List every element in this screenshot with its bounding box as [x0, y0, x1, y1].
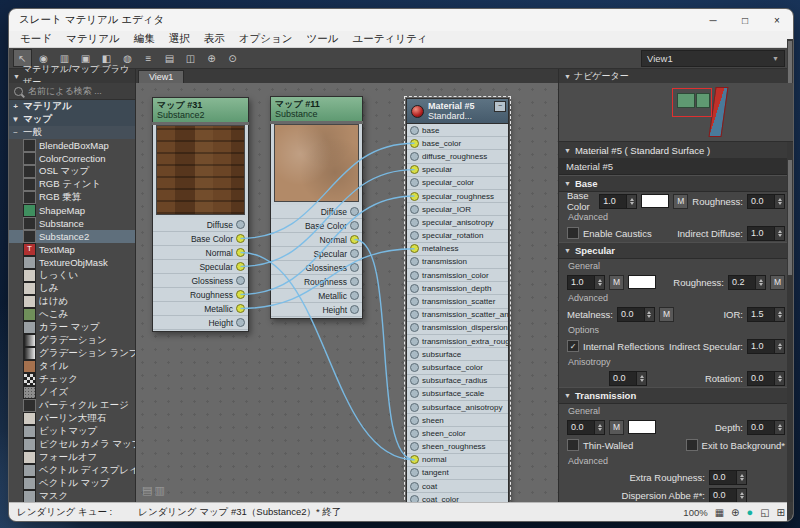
- input-socket[interactable]: [410, 442, 419, 451]
- output-slot[interactable]: Metallic: [271, 289, 362, 303]
- layout-all-vertical-button[interactable]: ≡: [139, 49, 158, 67]
- dispersion-spinner[interactable]: 0.0: [709, 488, 747, 503]
- input-socket[interactable]: [410, 178, 419, 187]
- input-socket[interactable]: [410, 363, 419, 372]
- input-socket[interactable]: [410, 389, 419, 398]
- browser-item[interactable]: TextMap: [9, 243, 135, 256]
- input-socket[interactable]: [410, 284, 419, 293]
- menu-item[interactable]: ツール: [299, 32, 345, 46]
- pan-hand-icon[interactable]: ⊕: [731, 507, 739, 518]
- input-slot[interactable]: base_color: [407, 137, 508, 150]
- browser-item[interactable]: パーティクル エージ: [9, 399, 135, 412]
- node-material-5[interactable]: Material #5 Standard... − base: [406, 98, 509, 502]
- input-socket[interactable]: [410, 429, 419, 438]
- input-slot[interactable]: diffuse_roughness: [407, 150, 508, 163]
- transmission-color-swatch[interactable]: [628, 420, 656, 434]
- input-socket[interactable]: [410, 455, 419, 464]
- search-bar[interactable]: 名前による検索 ...: [9, 83, 135, 100]
- input-socket[interactable]: [410, 403, 419, 412]
- metalness-spinner[interactable]: 0.0: [617, 307, 655, 322]
- layout-children-button[interactable]: ▤: [160, 49, 179, 67]
- close-button[interactable]: ×: [761, 9, 793, 31]
- hide-unused-nodeslots-button[interactable]: ◫: [181, 49, 200, 67]
- browser-item[interactable]: Substance2: [9, 230, 135, 243]
- browser-item[interactable]: へこみ: [9, 308, 135, 321]
- output-slot[interactable]: Normal: [271, 233, 362, 247]
- output-slot[interactable]: Base Color: [153, 232, 248, 246]
- input-slot[interactable]: sheen: [407, 414, 508, 427]
- parameter-editor-header[interactable]: ▼ Material #5 ( Standard Surface ): [559, 142, 793, 158]
- output-slot[interactable]: Roughness: [271, 275, 362, 289]
- zoom-tool-button[interactable]: ⊙: [223, 49, 242, 67]
- rotation-spinner[interactable]: 0.0: [747, 371, 785, 386]
- input-socket[interactable]: [410, 416, 419, 425]
- input-socket[interactable]: [410, 205, 419, 214]
- input-socket[interactable]: [410, 192, 419, 201]
- tab-view1[interactable]: View1: [138, 70, 184, 83]
- ior-spinner[interactable]: 1.5: [747, 307, 785, 322]
- browser-tree[interactable]: + マテリアル ▼ マップ − 一般: [9, 100, 135, 502]
- browser-header[interactable]: ▼ マテリアル/マップ ブラウザー: [9, 69, 135, 83]
- input-socket[interactable]: [410, 218, 419, 227]
- browser-item[interactable]: TextureObjMask: [9, 256, 135, 269]
- input-socket[interactable]: [410, 376, 419, 385]
- output-slot[interactable]: Roughness: [153, 288, 248, 302]
- browser-item[interactable]: ShapeMap: [9, 204, 135, 217]
- node-header[interactable]: マップ #31 Substance2: [152, 97, 249, 122]
- navigator-header[interactable]: ▼ ナビゲーター: [559, 69, 793, 83]
- zoom-level-value[interactable]: 100%: [683, 507, 707, 518]
- output-socket[interactable]: [350, 207, 359, 216]
- specular-roughness-spinner[interactable]: 0.2: [728, 275, 766, 290]
- input-socket[interactable]: [410, 323, 419, 332]
- exit-to-background-checkbox[interactable]: [686, 439, 698, 451]
- output-slot[interactable]: Diffuse: [271, 205, 362, 219]
- browser-item[interactable]: RGB ティント: [9, 178, 135, 191]
- browser-item[interactable]: − 一般: [9, 126, 135, 139]
- browser-item[interactable]: BlendedBoxMap: [9, 139, 135, 152]
- output-socket[interactable]: [350, 277, 359, 286]
- specular-roughness-map-button[interactable]: M: [770, 275, 785, 290]
- transmission-weight-spinner[interactable]: 0.0: [567, 420, 605, 435]
- output-slot[interactable]: Metallic: [153, 302, 248, 316]
- browser-item[interactable]: はけめ: [9, 295, 135, 308]
- input-socket[interactable]: [410, 231, 419, 240]
- input-slot[interactable]: coat_color: [407, 493, 508, 502]
- input-slot[interactable]: subsurface: [407, 348, 508, 361]
- browser-item[interactable]: グラデーション ランプ: [9, 347, 135, 360]
- base-color-swatch[interactable]: [641, 194, 669, 208]
- specular-color-swatch[interactable]: [628, 275, 656, 289]
- base-roughness-spinner[interactable]: 0.0: [747, 194, 785, 209]
- input-socket[interactable]: [410, 495, 419, 502]
- transmission-weight-map-button[interactable]: M: [609, 420, 624, 435]
- minimap-view-rectangle[interactable]: [672, 88, 712, 117]
- browser-item[interactable]: ベクトル ディスプレイ...: [9, 464, 135, 477]
- search-input[interactable]: 名前による検索 ...: [28, 85, 102, 98]
- enable-caustics-checkbox[interactable]: [567, 227, 579, 239]
- browser-item[interactable]: マスク: [9, 490, 135, 502]
- browser-item[interactable]: チェック: [9, 373, 135, 386]
- output-slot[interactable]: Normal: [153, 246, 248, 260]
- browser-item[interactable]: パーリン大理石: [9, 412, 135, 425]
- browser-item[interactable]: + マテリアル: [9, 100, 135, 113]
- input-slot[interactable]: metalness: [407, 243, 508, 256]
- input-socket[interactable]: [410, 482, 419, 491]
- input-slot[interactable]: transmission_scatter_ani...: [407, 309, 508, 322]
- anisotropy-spinner[interactable]: 0.0: [609, 371, 647, 386]
- menu-item[interactable]: オプション: [232, 32, 300, 46]
- output-slot[interactable]: Base Color: [271, 219, 362, 233]
- thin-walled-checkbox[interactable]: [567, 439, 579, 451]
- input-slot[interactable]: specular: [407, 164, 508, 177]
- browser-item[interactable]: カラー マップ: [9, 321, 135, 334]
- maximize-viewport-icon[interactable]: ⊞: [777, 507, 785, 518]
- depth-spinner[interactable]: 0.0: [747, 420, 785, 435]
- output-slot[interactable]: Glossiness: [271, 261, 362, 275]
- input-socket[interactable]: [410, 468, 419, 477]
- output-socket[interactable]: [236, 234, 245, 243]
- input-slot[interactable]: transmission_depth: [407, 282, 508, 295]
- output-socket[interactable]: [236, 290, 245, 299]
- menu-item[interactable]: 編集: [127, 32, 162, 46]
- titlebar[interactable]: スレート マテリアル エディタ ─ □ ×: [9, 9, 793, 31]
- expand-toggle[interactable]: +: [11, 102, 20, 111]
- input-slot[interactable]: transmission: [407, 256, 508, 269]
- output-socket[interactable]: [236, 248, 245, 257]
